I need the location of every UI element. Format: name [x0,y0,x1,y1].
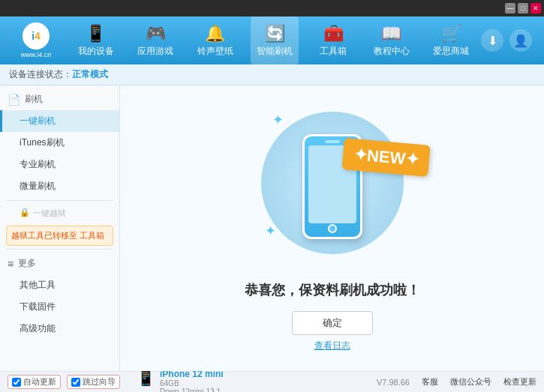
nav-apps[interactable]: 🎮 应用游戏 [131,16,179,64]
nav-my-device-label: 我的设备 [78,45,114,58]
nav-my-device[interactable]: 📱 我的设备 [72,16,120,64]
nav-apps-label: 应用游戏 [137,45,173,58]
minimize-button[interactable]: — [505,3,515,13]
device-phone-icon: 📱 [137,369,155,387]
sidebar-section-more: ≡ 更多 [0,253,119,274]
nav-smart-flash[interactable]: 🔄 智能刷机 [251,16,299,64]
main-layout: 📄 刷机 一键刷机 iTunes刷机 专业刷机 微量刷机 🔒 一键越狱 越狱工具… [0,85,544,371]
smart-flash-icon: 🔄 [265,24,285,43]
nav-ringtone-label: 铃声壁纸 [197,45,233,58]
auto-update-label: 自动更新 [23,376,56,388]
account-button[interactable]: 👤 [509,29,532,52]
my-device-icon: 📱 [86,24,106,43]
success-message: 恭喜您，保资料刷机成功啦！ [245,281,420,299]
maximize-button[interactable]: □ [518,3,528,13]
content-area: ✦ ✦ ✦ ✦NEW✦ 恭喜您，保资料刷机成功啦！ 确定 查看日志 [120,85,544,371]
sidebar-item-download-firmware[interactable]: 下载固件 [0,296,119,318]
sidebar-item-pro-flash[interactable]: 专业刷机 [0,154,119,175]
title-bar: — □ ✕ [0,0,544,16]
sidebar-item-advanced[interactable]: 高级功能 [0,318,119,340]
star3-icon: ✦ [265,223,276,239]
download-firmware-label: 下载固件 [20,301,56,312]
status-prefix: 设备连接状态： [9,68,72,81]
micro-flash-label: 微量刷机 [20,181,56,191]
wechat-link[interactable]: 微信公众号 [450,376,491,388]
auto-update-checkbox[interactable] [12,378,21,387]
skip-guide-label: 跳过向导 [83,376,116,388]
flash-section-label: 刷机 [25,93,43,106]
nav-toolbox[interactable]: 🧰 工具箱 [311,16,356,64]
phone-illustration: ✦ ✦ ✦ ✦NEW✦ [257,104,407,269]
auto-update-checkbox-label[interactable]: 自动更新 [8,375,61,389]
sidebar-item-micro-flash[interactable]: 微量刷机 [0,175,119,197]
more-section-icon: ≡ [8,258,14,270]
header: i4 www.i4.cn 📱 我的设备 🎮 应用游戏 🔔 铃声壁纸 🔄 智能刷机… [0,16,544,64]
device-model: Down-12mini-13.1 [160,388,224,393]
confirm-button[interactable]: 确定 [292,311,373,335]
other-tools-label: 其他工具 [20,280,56,290]
tutorials-icon: 📖 [381,24,401,43]
lock-icon: 🔒 [20,208,30,217]
sidebar-item-itunes-flash[interactable]: iTunes刷机 [0,132,119,154]
support-link[interactable]: 客服 [422,376,438,388]
advanced-label: 高级功能 [20,323,56,334]
jailbreak-warning: 越狱工具已转移至 工具箱 [6,226,113,246]
logo-subtitle: www.i4.cn [21,51,52,58]
check-update-link[interactable]: 检查更新 [503,376,536,388]
sidebar-item-jailbreak-locked: 🔒 一键越狱 [0,204,119,223]
nav-smart-flash-label: 智能刷机 [257,45,293,58]
warning-text: 越狱工具已转移至 工具箱 [11,231,104,240]
sidebar: 📄 刷机 一键刷机 iTunes刷机 专业刷机 微量刷机 🔒 一键越狱 越狱工具… [0,85,120,371]
sidebar-item-other-tools[interactable]: 其他工具 [0,274,119,296]
star1-icon: ✦ [272,112,284,128]
more-section-label: 更多 [18,257,36,270]
ringtone-icon: 🔔 [205,24,225,43]
store-icon: 🛒 [441,24,461,43]
sidebar-divider-1 [6,200,113,201]
skip-guide-checkbox[interactable] [71,378,80,387]
phone-home-button [328,224,337,233]
nav-bar: 📱 我的设备 🎮 应用游戏 🔔 铃声壁纸 🔄 智能刷机 🧰 工具箱 📖 教程中心… [66,16,481,64]
nav-right-actions: ⬇ 👤 [481,29,538,52]
sidebar-item-one-click-flash[interactable]: 一键刷机 [0,110,119,132]
one-click-flash-label: 一键刷机 [20,115,56,126]
sidebar-divider-2 [6,249,113,250]
status-mode: 正常模式 [72,68,108,81]
nav-tutorials[interactable]: 📖 教程中心 [368,16,416,64]
nav-store[interactable]: 🛒 爱思商城 [427,16,475,64]
bottom-bar: 自动更新 跳过向导 📱 iPhone 12 mini 64GB Down-12m… [0,371,544,392]
device-status-bar: 设备连接状态： 正常模式 [0,64,544,85]
version-text: V7.98.66 [377,378,410,387]
phone-speaker [325,140,340,143]
download-button[interactable]: ⬇ [481,29,503,52]
logo[interactable]: i4 www.i4.cn [6,21,66,60]
device-storage: 64GB [160,379,224,388]
bottom-right-section: V7.98.66 客服 微信公众号 检查更新 [377,376,536,388]
jailbreak-label: 一键越狱 [33,208,66,219]
apps-icon: 🎮 [146,24,166,43]
nav-tutorials-label: 教程中心 [374,45,410,58]
view-log-link[interactable]: 查看日志 [314,340,350,352]
sidebar-section-flash: 📄 刷机 [0,88,119,110]
close-button[interactable]: ✕ [530,3,541,13]
nav-ringtone[interactable]: 🔔 铃声壁纸 [191,16,239,64]
skip-guide-checkbox-label[interactable]: 跳过向导 [67,375,120,389]
pro-flash-label: 专业刷机 [20,159,56,169]
flash-section-icon: 📄 [8,94,20,106]
nav-store-label: 爱思商城 [433,45,469,58]
nav-toolbox-label: 工具箱 [320,45,347,58]
itunes-flash-label: iTunes刷机 [20,137,65,148]
toolbox-icon: 🧰 [323,24,344,43]
logo-icon: i4 [23,22,50,49]
